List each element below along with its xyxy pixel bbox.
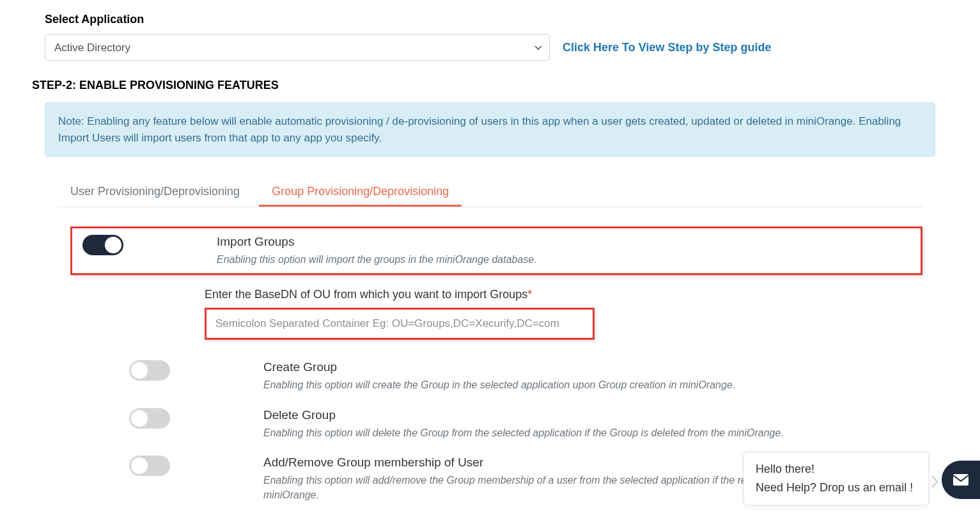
toggle-knob <box>105 237 121 253</box>
select-application-wrap: Active Directory <box>45 34 550 61</box>
basedn-input[interactable] <box>208 311 591 337</box>
import-groups-title: Import Groups <box>217 235 910 249</box>
toggle-knob <box>131 410 148 427</box>
basedn-label-text: Enter the BaseDN of OU from which you wa… <box>205 288 527 301</box>
chat-fab-button[interactable] <box>942 461 980 499</box>
chat-widget[interactable]: Hello there! Need Help? Drop us an email… <box>743 452 929 505</box>
select-application-dropdown[interactable]: Active Directory <box>45 34 550 61</box>
svg-rect-0 <box>953 474 968 486</box>
tab-user-provisioning[interactable]: User Provisioning/Deprovisioning <box>58 178 253 207</box>
delete-group-title: Delete Group <box>263 408 922 422</box>
top-row: Active Directory Click Here To View Step… <box>45 34 948 61</box>
create-group-desc: Enabling this option will create the Gro… <box>263 378 922 392</box>
required-asterisk: * <box>527 288 532 301</box>
carousel-arrow-icon[interactable] <box>930 475 939 493</box>
chat-line1: Hello there! <box>756 463 917 476</box>
delete-group-toggle[interactable] <box>129 408 170 429</box>
chat-line2: Need Help? Drop us an email ! <box>756 481 917 495</box>
membership-toggle[interactable] <box>129 456 170 476</box>
step2-heading: STEP-2: ENABLE PROVISIONING FEATURES <box>32 79 948 92</box>
delete-group-block: Delete Group Enabling this option will d… <box>129 408 922 440</box>
tabs: User Provisioning/Deprovisioning Group P… <box>58 178 922 207</box>
create-group-toggle[interactable] <box>129 360 170 381</box>
basedn-input-highlight <box>205 308 595 340</box>
import-groups-toggle[interactable] <box>82 235 123 255</box>
toggle-knob <box>131 457 148 474</box>
tab-group-provisioning[interactable]: Group Provisioning/Deprovisioning <box>259 178 462 207</box>
basedn-label: Enter the BaseDN of OU from which you wa… <box>205 288 922 301</box>
delete-group-desc: Enabling this option will delete the Gro… <box>263 426 922 440</box>
mail-icon <box>952 473 970 487</box>
create-group-block: Create Group Enabling this option will c… <box>129 360 922 392</box>
step-by-step-guide-link[interactable]: Click Here To View Step by Step guide <box>563 41 771 54</box>
info-note-box: Note: Enabling any feature below will en… <box>45 102 935 157</box>
import-groups-desc: Enabling this option will import the gro… <box>217 253 910 267</box>
basedn-section: Enter the BaseDN of OU from which you wa… <box>205 288 922 354</box>
select-application-label: Select Application <box>45 13 948 26</box>
import-groups-highlight: Import Groups Enabling this option will … <box>70 226 922 275</box>
toggle-knob <box>131 362 148 379</box>
create-group-title: Create Group <box>263 360 922 374</box>
